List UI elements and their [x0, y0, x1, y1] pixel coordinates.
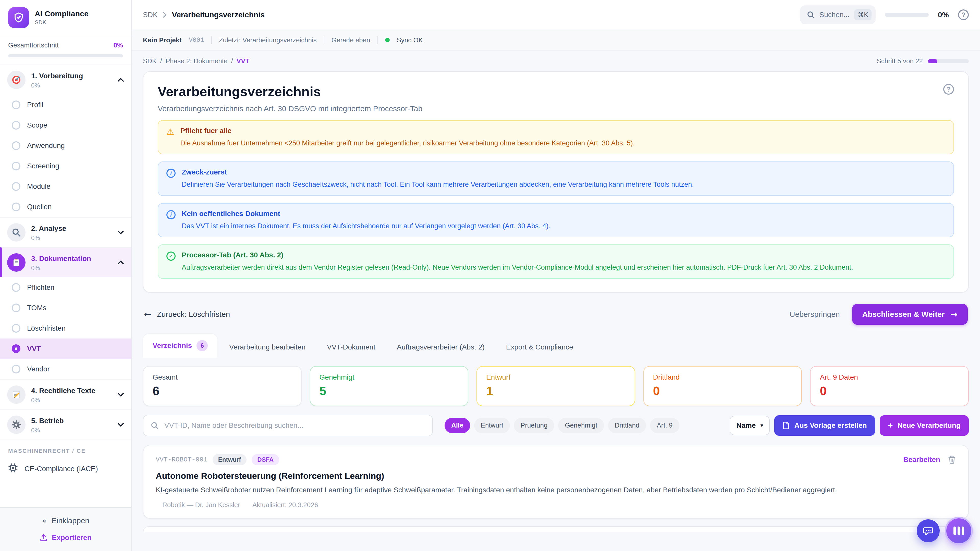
skip-button[interactable]: Ueberspringen	[790, 310, 840, 319]
complete-next-button[interactable]: Abschliessen & Weiter →	[852, 304, 968, 325]
step-indicator: Schritt 5 von 22	[877, 57, 969, 65]
breadcrumb-separator: /	[231, 57, 233, 65]
section-title: 3. Dokumentation	[31, 254, 91, 262]
sidebar-section-analyse[interactable]: 2. Analyse 0%	[0, 217, 131, 247]
section-title: 1. Vorbereitung	[31, 72, 83, 80]
alert-title: Processor-Tab (Art. 30 Abs. 2)	[182, 251, 853, 259]
collapse-label: Einklappen	[52, 516, 89, 525]
help-icon[interactable]: ?	[943, 84, 954, 95]
tab-verzeichnis[interactable]: Verzeichnis 6	[143, 334, 218, 358]
sidebar: AI Compliance SDK Gesamtfortschritt 0% 1…	[0, 0, 132, 551]
chevron-down-icon	[118, 230, 124, 234]
app-root: AI Compliance SDK Gesamtfortschritt 0% 1…	[0, 0, 980, 551]
breadcrumb-root[interactable]: SDK	[143, 11, 158, 19]
magnifier-icon	[7, 223, 25, 241]
alert-body: Definieren Sie Verarbeitungen nach Gesch…	[182, 180, 694, 189]
section-title: 2. Analyse	[31, 224, 66, 232]
chip-alle[interactable]: Alle	[445, 418, 470, 433]
trash-icon[interactable]	[948, 455, 956, 464]
tab-vvt-dokument[interactable]: VVT-Dokument	[317, 337, 385, 358]
sidebar-item-scope[interactable]: Scope	[0, 115, 131, 135]
section-pct: 0%	[31, 234, 66, 241]
sidebar-item-toms[interactable]: TOMs	[0, 298, 131, 318]
breadcrumb-sdk[interactable]: SDK	[143, 57, 156, 65]
chip-drittland[interactable]: Drittland	[608, 418, 646, 433]
sidebar-item-profil[interactable]: Profil	[0, 95, 131, 115]
export-label: Exportieren	[52, 534, 92, 542]
memo-icon	[7, 386, 25, 404]
back-button[interactable]: ← Zurueck: Löschfristen	[144, 310, 230, 319]
help-icon[interactable]: ?	[958, 10, 969, 20]
record-search-input[interactable]	[164, 421, 425, 430]
clipboard-icon	[7, 253, 25, 272]
topbar-right: Suchen... ⌘K 0% ?	[800, 5, 969, 24]
stat-label: Drittland	[653, 373, 792, 381]
sidebar-section-vorbereitung[interactable]: 1. Vorbereitung 0%	[0, 65, 131, 95]
overall-progress-label: Gesamtfortschritt	[8, 41, 59, 49]
app-title-block: AI Compliance SDK	[35, 10, 89, 26]
project-name: Kein Projekt	[143, 36, 182, 44]
sidebar-item-pflichten[interactable]: Pflichten	[0, 277, 131, 298]
tab-verarbeitung-bearbeiten[interactable]: Verarbeitung bearbeiten	[220, 337, 315, 358]
sync-status-label: Sync OK	[397, 36, 423, 44]
sidebar-item-label: Löschfristen	[27, 324, 65, 332]
chevron-down-icon: ▾	[760, 422, 763, 429]
breadcrumb-phase[interactable]: Phase 2: Dokumente	[165, 57, 228, 65]
sidebar-item-label: TOMs	[27, 304, 46, 312]
sidebar-item-screening[interactable]: Screening	[0, 156, 131, 176]
collapse-chevrons-icon: «	[42, 516, 47, 526]
stat-cards: Gesamt 6 Genehmigt 5 Entwurf 1 Drittland…	[143, 366, 969, 406]
record-header: VVT-ROBOT-001 Entwurf DSFA Bearbeiten	[156, 454, 956, 465]
sidebar-section-dokumentation[interactable]: 3. Dokumentation 0%	[0, 247, 131, 277]
last-step-label: Zuletzt: Verarbeitungsverzeichnis	[219, 36, 317, 44]
tab-label: VVT-Dokument	[327, 343, 375, 351]
chevron-down-icon	[118, 392, 124, 397]
sidebar-section-betrieb[interactable]: 5. Betrieb 0%	[0, 410, 131, 440]
record-search-field[interactable]	[143, 415, 433, 436]
status-badge: Entwurf	[213, 454, 247, 465]
sidebar-item-loeschfristen[interactable]: Löschfristen	[0, 318, 131, 338]
chat-assistant-button[interactable]	[917, 519, 940, 542]
chip-art9[interactable]: Art. 9	[650, 418, 679, 433]
collapse-sidebar-button[interactable]: « Einklappen	[42, 516, 89, 526]
chip-genehmigt[interactable]: Genehmigt	[558, 418, 604, 433]
sidebar-item-vvt[interactable]: VVT	[0, 338, 131, 359]
sidebar-item-ce-compliance[interactable]: CE-Compliance (IACE)	[0, 458, 131, 481]
button-label: Neue Verarbeitung	[897, 421, 961, 430]
create-from-template-button[interactable]: Aus Vorlage erstellen	[774, 415, 875, 436]
tab-auftragsverarbeiter[interactable]: Auftragsverarbeiter (Abs. 2)	[387, 337, 494, 358]
edit-record-link[interactable]: Bearbeiten	[903, 456, 940, 464]
board-view-button[interactable]	[946, 518, 971, 543]
alert-title: Pflicht fuer alle	[180, 127, 635, 135]
stat-label: Art. 9 Daten	[820, 373, 959, 381]
main-area: SDK Verarbeitungsverzeichnis Suchen... ⌘…	[132, 0, 980, 551]
sidebar-item-label: Pflichten	[27, 283, 54, 292]
arrow-left-icon: ←	[144, 310, 151, 319]
global-search-button[interactable]: Suchen... ⌘K	[800, 5, 876, 24]
document-icon	[783, 421, 790, 430]
sidebar-group-label: MASCHINENRECHT / CE	[0, 440, 131, 458]
sidebar-item-vendor[interactable]: Vendor	[0, 359, 131, 380]
sidebar-item-module[interactable]: Module	[0, 176, 131, 197]
topbar-progress-track	[885, 13, 929, 17]
back-label: Zurueck: Löschfristen	[157, 310, 230, 319]
chip-pruefung[interactable]: Pruefung	[514, 418, 554, 433]
wizard-nav-row: ← Zurueck: Löschfristen Ueberspringen Ab…	[144, 304, 968, 325]
chip-entwurf[interactable]: Entwurf	[474, 418, 510, 433]
alert-success: ✓ Processor-Tab (Art. 30 Abs. 2) Auftrag…	[158, 245, 954, 279]
sidebar-item-anwendung[interactable]: Anwendung	[0, 135, 131, 156]
sort-select[interactable]: Name ▾	[730, 416, 770, 435]
radio-icon	[12, 141, 21, 150]
sidebar-item-quellen[interactable]: Quellen	[0, 197, 131, 217]
new-record-button[interactable]: + Neue Verarbeitung	[880, 415, 969, 436]
tab-export-compliance[interactable]: Export & Compliance	[496, 337, 583, 358]
search-placeholder: Suchen...	[819, 11, 850, 19]
record-card: VVT-ROBOT-001 Entwurf DSFA Bearbeiten Au…	[143, 445, 969, 519]
search-icon	[151, 421, 159, 430]
overall-progress-value: 0%	[113, 41, 123, 49]
sidebar-section-rechtliche-texte[interactable]: 4. Rechtliche Texte 0%	[0, 380, 131, 410]
sidebar-item-label: Vendor	[27, 365, 50, 373]
radio-icon	[12, 324, 21, 333]
export-button[interactable]: Exportieren	[40, 534, 92, 542]
page-title: Verarbeitungsverzeichnis	[158, 84, 321, 99]
